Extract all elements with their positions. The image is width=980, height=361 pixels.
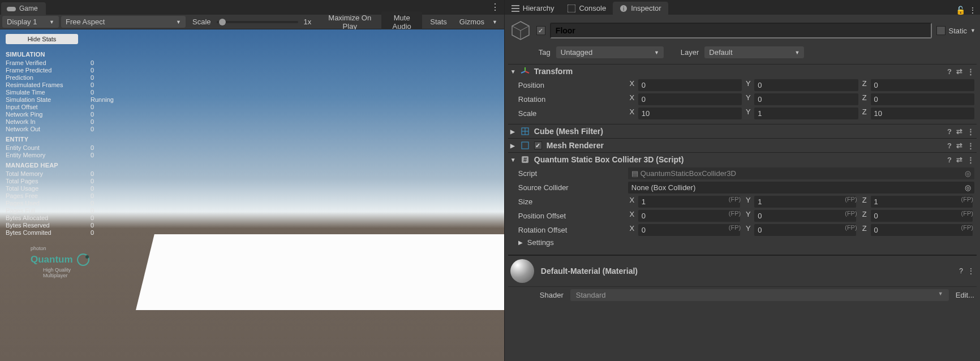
svg-rect-6 bbox=[512, 8, 519, 9]
scale-z-input[interactable] bbox=[871, 108, 974, 119]
help-icon[interactable]: ? bbox=[947, 67, 952, 76]
material-title: Default-Material (Material) bbox=[541, 267, 952, 276]
posoff-x-input[interactable] bbox=[638, 210, 740, 222]
transform-icon bbox=[521, 67, 530, 76]
stats-row: Simulation StateRunning bbox=[6, 96, 138, 103]
preset-icon[interactable]: ⇄ bbox=[956, 127, 962, 136]
preset-icon[interactable]: ⇄ bbox=[956, 67, 962, 76]
scale-slider[interactable] bbox=[217, 21, 298, 23]
lock-icon[interactable]: 🔓 bbox=[956, 6, 965, 15]
layer-dropdown[interactable]: Default▼ bbox=[704, 46, 804, 58]
component-menu-icon[interactable]: ⋮ bbox=[967, 67, 974, 76]
game-toolbar: Display 1▼ Free Aspect▼ Scale 1x Maximiz… bbox=[0, 15, 504, 29]
stats-row: Resimulated Frames0 bbox=[6, 81, 138, 88]
rotoff-x-input[interactable] bbox=[638, 224, 740, 236]
fold-icon[interactable]: ▼ bbox=[510, 68, 516, 75]
svg-point-4 bbox=[85, 255, 89, 259]
stats-row: Pages Free0 bbox=[6, 192, 138, 199]
tab-hierarchy-label: Hierarchy bbox=[523, 4, 555, 12]
stats-button[interactable]: Stats bbox=[424, 15, 453, 28]
shader-edit-button[interactable]: Edit... bbox=[956, 291, 974, 299]
scale-label: Scale bbox=[192, 18, 211, 26]
aspect-dropdown-label: Free Aspect bbox=[66, 18, 105, 26]
script-icon: # bbox=[521, 155, 530, 164]
gameobject-name-input[interactable] bbox=[550, 23, 932, 38]
gameobject-active-checkbox[interactable] bbox=[536, 26, 545, 35]
object-picker-icon[interactable]: ◎ bbox=[965, 169, 971, 178]
stats-row: Bytes Allocated0 bbox=[6, 214, 138, 221]
game-tab-bar: Game ⋮ bbox=[0, 0, 504, 15]
stats-row: Network In0 bbox=[6, 118, 138, 125]
tab-game-label: Game bbox=[19, 5, 38, 12]
inspector-tab-bar: Hierarchy Console i Inspector 🔓 ⋮ bbox=[505, 0, 980, 15]
preset-icon[interactable]: ⇄ bbox=[956, 141, 962, 150]
fold-icon[interactable]: ▶ bbox=[518, 239, 525, 246]
tab-hierarchy[interactable]: Hierarchy bbox=[505, 2, 561, 15]
aspect-dropdown[interactable]: Free Aspect▼ bbox=[61, 16, 186, 28]
panel-menu-icon[interactable]: ⋮ bbox=[969, 6, 977, 15]
rotation-x-input[interactable] bbox=[638, 93, 742, 105]
game-tab-menu-icon[interactable]: ⋮ bbox=[486, 2, 504, 15]
component-quantum-collider: ▼ # Quantum Static Box Collider 3D (Scri… bbox=[508, 152, 977, 251]
scale-x-input[interactable] bbox=[638, 108, 742, 119]
gameobject-cube-icon bbox=[509, 19, 532, 42]
tag-dropdown[interactable]: Untagged▼ bbox=[556, 46, 664, 58]
size-z-input[interactable] bbox=[871, 196, 973, 208]
rotoff-z-input[interactable] bbox=[871, 224, 973, 236]
static-checkbox[interactable] bbox=[936, 26, 945, 35]
component-menu-icon[interactable]: ⋮ bbox=[967, 156, 974, 164]
size-y-input[interactable] bbox=[754, 196, 856, 208]
position-z-input[interactable] bbox=[871, 79, 974, 91]
rotation-z-input[interactable] bbox=[871, 93, 974, 105]
position-x-input[interactable] bbox=[638, 79, 742, 91]
svg-point-1 bbox=[12, 7, 14, 8]
tag-label: Tag bbox=[539, 48, 551, 57]
quantum-logo: photon Quantum High Quality Multiplayer bbox=[31, 246, 138, 279]
component-material: Default-Material (Material) ?⋮ bbox=[508, 255, 977, 287]
tab-console[interactable]: Console bbox=[561, 2, 613, 15]
component-menu-icon[interactable]: ⋮ bbox=[968, 267, 974, 275]
stats-row: Entity Memory0 bbox=[6, 151, 138, 158]
static-dropdown-icon[interactable]: ▼ bbox=[970, 28, 975, 33]
stats-row: Simulate Time0 bbox=[6, 88, 138, 96]
stats-row: Network Out0 bbox=[6, 125, 138, 132]
hide-stats-button[interactable]: Hide Stats bbox=[6, 34, 78, 44]
script-field[interactable]: ▤QuantumStaticBoxCollider3D◎ bbox=[628, 167, 974, 179]
tab-inspector-label: Inspector bbox=[631, 4, 661, 12]
help-icon[interactable]: ? bbox=[947, 127, 952, 136]
component-menu-icon[interactable]: ⋮ bbox=[967, 141, 974, 150]
settings-label[interactable]: Settings bbox=[527, 238, 635, 247]
tab-console-label: Console bbox=[579, 4, 606, 12]
help-icon[interactable]: ? bbox=[947, 156, 952, 164]
stats-row: Bytes Commited0 bbox=[6, 229, 138, 236]
static-label: Static bbox=[949, 27, 968, 35]
stats-row: Frame Predicted0 bbox=[6, 66, 138, 74]
mesh-renderer-title: Mesh Renderer bbox=[547, 141, 943, 150]
size-x-input[interactable] bbox=[638, 196, 740, 208]
tab-inspector[interactable]: i Inspector bbox=[613, 2, 668, 15]
game-viewport: Hide Stats SIMULATION Frame Verified0 Fr… bbox=[0, 29, 504, 361]
fold-icon[interactable]: ▶ bbox=[510, 128, 516, 135]
help-icon[interactable]: ? bbox=[959, 267, 963, 275]
mesh-renderer-enabled-checkbox[interactable] bbox=[534, 141, 542, 149]
preset-icon[interactable]: ⇄ bbox=[956, 156, 962, 164]
display-dropdown[interactable]: Display 1▼ bbox=[2, 16, 59, 28]
source-collider-field[interactable]: None (Box Collider)◎ bbox=[628, 182, 974, 194]
tab-game[interactable]: Game bbox=[1, 2, 46, 15]
fold-icon[interactable]: ▶ bbox=[510, 143, 516, 149]
object-picker-icon[interactable]: ◎ bbox=[965, 183, 971, 192]
rotoff-y-input[interactable] bbox=[754, 224, 856, 236]
rotation-y-input[interactable] bbox=[754, 93, 858, 105]
scale-y-input[interactable] bbox=[754, 108, 858, 119]
gizmos-dropdown[interactable]: Gizmos▼ bbox=[455, 16, 502, 28]
collider-title: Quantum Static Box Collider 3D (Script) bbox=[534, 155, 943, 164]
stats-section-heap: MANAGED HEAP bbox=[6, 162, 138, 169]
fold-icon[interactable]: ▼ bbox=[510, 157, 516, 163]
posoff-y-input[interactable] bbox=[754, 210, 856, 222]
position-y-input[interactable] bbox=[754, 79, 858, 91]
shader-dropdown[interactable]: Standard▼ bbox=[570, 289, 949, 301]
component-menu-icon[interactable]: ⋮ bbox=[967, 127, 974, 136]
posoff-z-input[interactable] bbox=[871, 210, 973, 222]
help-icon[interactable]: ? bbox=[947, 141, 952, 150]
svg-line-15 bbox=[521, 71, 525, 73]
